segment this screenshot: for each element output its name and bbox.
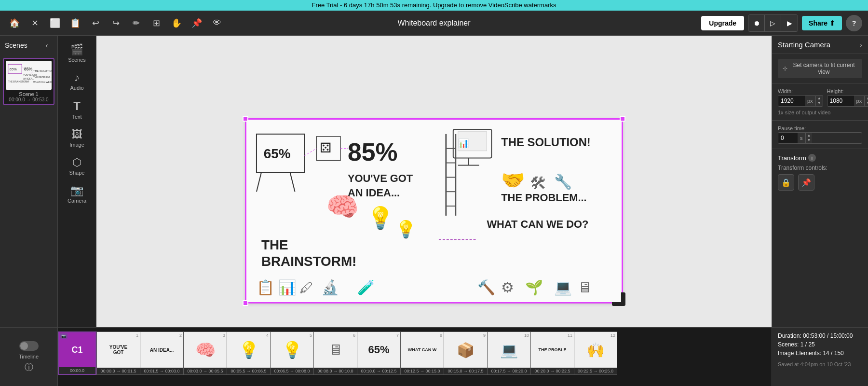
panel-expand-button[interactable]: ›: [860, 41, 862, 49]
upgrade-button[interactable]: Upgrade: [701, 16, 744, 30]
clip-thumb-6: 6 🖥: [314, 332, 357, 368]
scene-thumbnail[interactable]: 65% 85% YOU'VE GOT AN IDEA... THE BRAINS…: [3, 58, 54, 105]
clip-label-1: 00:00.0 → 00:01.5: [97, 368, 140, 374]
main-toolbar: 🏠 ✕ ⬜ 📋 ↩ ↪ ✏ ⊞ ✋ 📌 👁 Whiteboard explain…: [0, 11, 868, 36]
width-down-button[interactable]: ▼: [816, 101, 823, 106]
fit-camera-button[interactable]: ⊹ Set camera to fit current view: [778, 59, 862, 78]
transform-info-button[interactable]: i: [808, 154, 816, 162]
height-down-button[interactable]: ▼: [865, 101, 868, 106]
svg-text:💡: 💡: [367, 205, 394, 231]
project-title: Whiteboard explainer: [397, 19, 470, 28]
right-panel-header: Starting Camera ›: [772, 36, 868, 54]
collapse-scenes-button[interactable]: ‹: [41, 40, 53, 51]
sidebar-item-scenes[interactable]: 🎬 Scenes: [60, 40, 94, 67]
sidebar-item-text[interactable]: T Text: [60, 96, 94, 124]
transform-buttons: 🔒 📌: [778, 174, 862, 191]
pause-down-button[interactable]: ▼: [806, 138, 813, 143]
width-unit: px: [805, 96, 815, 106]
fit-camera-section: ⊹ Set camera to fit current view: [772, 54, 868, 83]
scenes-sidebar-label: Scenes: [68, 57, 86, 63]
pause-up-button[interactable]: ▲: [806, 133, 813, 138]
play-button[interactable]: ▶: [781, 15, 798, 31]
fit-camera-label: Set camera to fit current view: [790, 62, 857, 75]
timeline-clip-3[interactable]: 3 🧠 00:03.0 → 00:05.5: [183, 331, 227, 375]
timeline-track[interactable]: 📷 C1 00:00.0 1 YOU'VEGOT 00:00.0 → 00:01…: [58, 328, 772, 386]
svg-text:WHAT CAN WE DO?: WHAT CAN WE DO?: [487, 218, 588, 230]
svg-text:🖥: 🖥: [578, 279, 592, 295]
image-elements-value: 14 / 150: [823, 350, 843, 357]
grid-button[interactable]: ⊞: [148, 14, 165, 32]
clip-label-4: 00:05.5 → 00:06.5: [227, 368, 270, 374]
width-stepper: ▲ ▼: [815, 96, 823, 106]
help-button[interactable]: ?: [846, 15, 862, 31]
height-up-button[interactable]: ▲: [865, 96, 868, 101]
pin-transform-button[interactable]: 📌: [798, 174, 814, 191]
info-icon-bottom[interactable]: ⓘ: [25, 361, 33, 373]
scene-name: Scene 1: [6, 91, 52, 97]
fit-camera-icon: ⊹: [783, 65, 787, 72]
home-button[interactable]: 🏠: [6, 14, 23, 32]
svg-text:85%: 85%: [348, 138, 398, 166]
hide-button[interactable]: 👁: [208, 14, 226, 32]
timeline-clip-c1[interactable]: 📷 C1 00:00.0: [58, 331, 96, 375]
svg-text:💡: 💡: [395, 219, 417, 239]
timeline-clip-5[interactable]: 5 💡 00:06.5 → 00:08.0: [270, 331, 313, 375]
width-group: Width: px ▲ ▼: [778, 88, 823, 107]
close-button[interactable]: ✕: [26, 14, 43, 32]
clip-thumb-2: 2 AN IDEA...: [140, 332, 183, 368]
preview-button[interactable]: ▷: [765, 15, 781, 31]
timeline-clip-9[interactable]: 9 📦 00:15.0 → 00:17.5: [444, 331, 487, 375]
clip-thumb-9: 9 📦: [444, 332, 487, 368]
svg-text:⚙: ⚙: [501, 279, 514, 295]
lock-transform-button[interactable]: 🔒: [778, 174, 794, 191]
timeline-track-container: 📷 C1 00:00.0 1 YOU'VEGOT 00:00.0 → 00:01…: [58, 328, 772, 386]
timeline-clip-8[interactable]: 8 WHAT CAN W 00:12.5 → 00:15.0: [400, 331, 444, 375]
timeline-clip-4[interactable]: 4 💡 00:05.5 → 00:06.5: [227, 331, 270, 375]
timeline-clip-11[interactable]: 11 THE PROBLE 00:20.0 → 00:22.5: [530, 331, 574, 375]
scene-thumb-area: 65% 85% YOU'VE GOT AN IDEA... THE BRAINS…: [0, 55, 57, 366]
transform-section: Transform i Transform controls: 🔒 📌: [772, 149, 868, 195]
height-unit: px: [854, 96, 865, 106]
sidebar-item-shape[interactable]: ⬡ Shape: [60, 152, 94, 179]
clip-thumb-1: 1 YOU'VEGOT: [97, 332, 140, 368]
pen-button[interactable]: ✏: [127, 14, 145, 32]
redo-button[interactable]: ↪: [107, 14, 124, 32]
timeline-clip-7[interactable]: 7 65% 00:10.0 → 00:12.5: [357, 331, 400, 375]
copy-button[interactable]: ⬜: [46, 14, 64, 32]
sidebar-item-audio[interactable]: ♪ Audio: [60, 68, 94, 95]
scenes-icon: 🎬: [70, 43, 83, 56]
text-icon: T: [73, 99, 81, 113]
scenes-stat-value: 1 / 25: [800, 341, 815, 348]
timeline-clip-2[interactable]: 2 AN IDEA... 00:01.5 → 00:03.0: [140, 331, 183, 375]
hand-button[interactable]: ✋: [168, 14, 185, 32]
svg-text:85%: 85%: [24, 67, 33, 71]
duration-stat: Duration: 00:53:00 / 15:00:00: [778, 332, 862, 339]
svg-text:THE SOLUTION!: THE SOLUTION!: [501, 136, 591, 149]
pause-section: Pause time: s ▲ ▼: [772, 121, 868, 149]
height-input[interactable]: [827, 96, 854, 106]
pin-button[interactable]: 📌: [188, 14, 205, 32]
timeline-clip-12[interactable]: 12 🙌 00:22.5 → 00:25.0: [574, 331, 617, 375]
timeline-clip-6[interactable]: 6 🖥 00:08.0 → 00:10.0: [313, 331, 357, 375]
height-input-row: px ▲ ▼: [827, 95, 868, 107]
record-button[interactable]: ⏺: [748, 15, 765, 31]
timeline-toggle[interactable]: [19, 341, 39, 351]
timeline-clip-1[interactable]: 1 YOU'VEGOT 00:00.0 → 00:01.5: [96, 331, 140, 375]
width-input[interactable]: [778, 96, 805, 106]
undo-button[interactable]: ↩: [87, 14, 104, 32]
svg-text:YOU'VE GOT: YOU'VE GOT: [348, 172, 413, 184]
playback-controls: ⏺ ▷ ▶: [748, 14, 798, 32]
sidebar-item-image[interactable]: 🖼 Image: [60, 124, 94, 152]
width-up-button[interactable]: ▲: [816, 96, 823, 101]
bottom-stats-panel: Duration: 00:53:00 / 15:00:00 Scenes: 1 …: [772, 328, 868, 386]
banner-text: Free Trial - 6 days 17h 50m 53s remainin…: [312, 1, 556, 9]
camera-badge: 📷: [60, 333, 68, 339]
timeline-clip-10[interactable]: 10 💻 00:17.5 → 00:20.0: [487, 331, 530, 375]
svg-text:65%: 65%: [264, 146, 291, 161]
audio-sidebar-label: Audio: [70, 85, 83, 91]
pause-input[interactable]: [778, 133, 798, 143]
paste-button[interactable]: 📋: [67, 14, 84, 32]
clip-thumb-4: 4 💡: [227, 332, 270, 368]
sidebar-item-camera[interactable]: 📷 Camera: [60, 180, 94, 207]
share-button[interactable]: Share ⬆: [802, 16, 842, 30]
